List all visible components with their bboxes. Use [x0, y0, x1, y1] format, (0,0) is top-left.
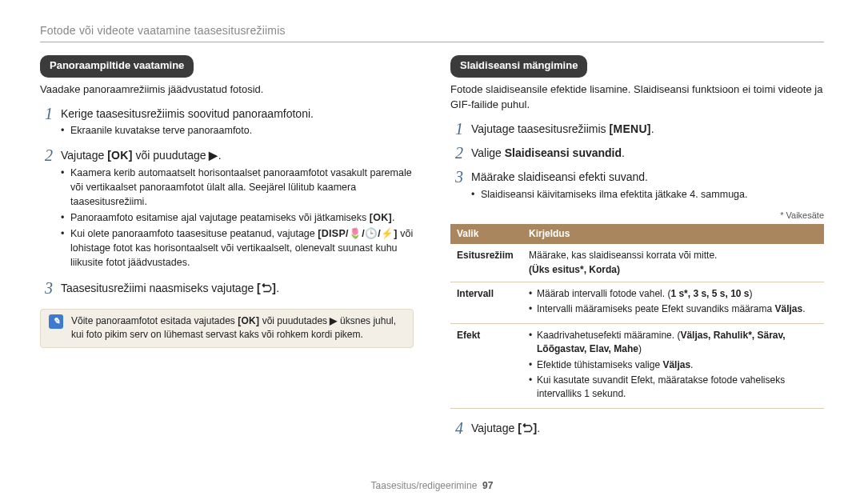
play-icon: ▶ [209, 147, 218, 163]
table-header-description: Kirjeldus [522, 224, 824, 244]
step-bullet: Panoraamfoto esitamise ajal vajutage pea… [61, 210, 414, 225]
step-number: 1 [40, 106, 53, 139]
ok-icon: [OK] [238, 314, 259, 328]
options-table: Valik Kirjeldus Esitusrežiim Määrake, ka… [450, 224, 824, 409]
panorama-intro: Vaadake panoraamrežiimis jäädvustatud fo… [40, 82, 414, 98]
note-icon: ✎ [49, 314, 63, 329]
page-header: Fotode või videote vaatamine taasesitusr… [40, 22, 824, 38]
step-bullet: Ekraanile kuvatakse terve panoraamfoto. [61, 123, 414, 138]
table-row: Intervall Määrab intervalli fotode vahel… [450, 282, 824, 323]
step-text: Valige Slaidiseansi suvandid. [471, 145, 824, 161]
step-1: 1 Kerige taasesitusrežiimis soovitud pan… [40, 106, 414, 139]
right-column: Slaidiseansi mängimine Fotode slaidisean… [450, 55, 824, 436]
menu-icon: [MENU] [609, 121, 650, 137]
back-icon: [⮌] [518, 420, 537, 436]
step-number: 4 [450, 420, 463, 436]
back-icon: [⮌] [257, 280, 276, 296]
page-footer: Taasesitus/redigeerimine 97 [0, 479, 864, 493]
note-box: ✎ Võite panoraamfotot esitada vajutades … [40, 309, 414, 348]
step-text: Kerige taasesitusrežiimis soovitud panor… [61, 106, 414, 122]
step-bullet: Kui olete panoraamfoto taasesituse peata… [61, 226, 414, 270]
step-3: 3 Taasesitusrežiimi naasmiseks vajutage … [40, 280, 414, 298]
step-body: Määrake slaidiseansi efekti suvand. Slai… [471, 169, 824, 202]
step-bullet: Kaamera kerib automaatselt horisontaalse… [61, 166, 414, 209]
option-description: Määrake, kas slaidiseanssi korrata või m… [522, 244, 824, 282]
footer-section: Taasesitus/redigeerimine [371, 480, 478, 491]
ok-icon: [OK] [370, 210, 392, 225]
content-columns: Panoraampiltide vaatamine Vaadake panora… [40, 55, 824, 436]
option-label: Esitusrežiim [450, 244, 522, 282]
table-header-option: Valik [450, 224, 522, 244]
step-4: 4 Vajutage [⮌]. [450, 420, 824, 436]
step-body: Vajutage [OK] või puudutage ▶. Kaamera k… [61, 147, 414, 271]
step-1: 1 Vajutage taasesitusrežiimis [MENU]. [450, 121, 824, 137]
step-number: 3 [40, 280, 53, 298]
section-pill-slideshow: Slaidiseansi mängimine [450, 55, 587, 78]
table-row: Esitusrežiim Määrake, kas slaidiseanssi … [450, 244, 824, 282]
step-body: Kerige taasesitusrežiimis soovitud panor… [61, 106, 414, 139]
option-label: Efekt [450, 323, 522, 408]
disp-macro-timer-flash-icon: [DISP/🌷/🕒/⚡] [318, 226, 398, 241]
page-number: 97 [482, 480, 493, 491]
option-description: Kaadrivahetusefekti määramine. (Väljas, … [522, 323, 824, 408]
step-number: 1 [450, 121, 463, 137]
step-number: 2 [40, 147, 53, 271]
page: Fotode või videote vaatamine taasesitusr… [0, 0, 864, 444]
step-2: 2 Vajutage [OK] või puudutage ▶. Kaamera… [40, 147, 414, 271]
step-text: Vajutage [OK] või puudutage ▶. [61, 147, 414, 163]
option-label: Intervall [450, 282, 522, 323]
step-bullet: Slaidiseansi käivitamiseks ilma efektita… [471, 187, 824, 202]
step-text: Vajutage taasesitusrežiimis [MENU]. [471, 121, 824, 137]
default-setting-note: * Vaikesäte [450, 210, 824, 222]
step-text: Määrake slaidiseansi efekti suvand. [471, 169, 824, 185]
step-text: Taasesitusrežiimi naasmiseks vajutage [⮌… [61, 280, 414, 296]
slideshow-intro: Fotode slaidiseansile efektide lisamine.… [450, 82, 824, 113]
option-description: Määrab intervalli fotode vahel. (1 s*, 3… [522, 282, 824, 323]
step-2: 2 Valige Slaidiseansi suvandid. [450, 145, 824, 161]
step-number: 2 [450, 145, 463, 161]
step-3: 3 Määrake slaidiseansi efekti suvand. Sl… [450, 169, 824, 202]
table-header-row: Valik Kirjeldus [450, 224, 824, 244]
section-pill-panorama: Panoraampiltide vaatamine [40, 55, 194, 78]
note-text: Võite panoraamfotot esitada vajutades [O… [71, 314, 405, 342]
header-rule [40, 42, 824, 42]
ok-icon: [OK] [107, 147, 133, 163]
step-body: Taasesitusrežiimi naasmiseks vajutage [⮌… [61, 280, 414, 298]
step-number: 3 [450, 169, 463, 202]
left-column: Panoraampiltide vaatamine Vaadake panora… [40, 55, 414, 436]
play-icon: ▶ [330, 314, 337, 328]
step-text: Vajutage [⮌]. [471, 420, 824, 436]
table-row: Efekt Kaadrivahetusefekti määramine. (Vä… [450, 323, 824, 408]
